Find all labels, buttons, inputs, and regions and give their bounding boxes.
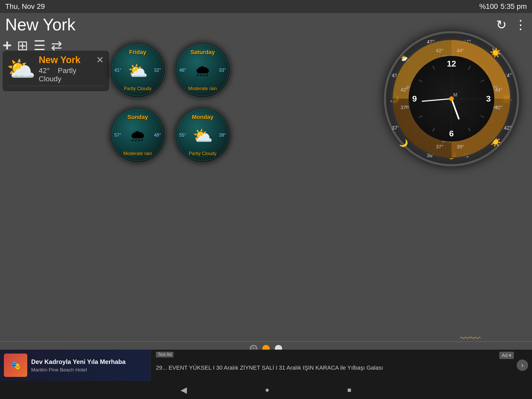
ad-right[interactable]: Ad ▾ Test Ad 29... EVENT YÜKSEL I 30 Ara… [151,350,532,381]
weather-card-info: New York 42° Partly Cloudy [36,55,96,83]
forecast-day-1: Saturday [190,49,215,56]
weather-card: ⛅ New York 42° Partly Cloudy ✕ [3,51,109,91]
ad-bar: 🎭 Dev Kadroyla Yeni Yıla Merhaba Maritim… [0,350,532,381]
forecast-high-3: 39° [219,132,226,138]
close-button[interactable]: ✕ [96,55,104,65]
clock-ring: 42° 44° 44° 42° 42° 37° 37° 39° am am pm… [392,39,511,158]
svg-line-3 [468,128,470,131]
test-ad-badge: Test Ad [156,352,174,357]
status-time: 5:35 pm [501,2,527,11]
ad-arrow[interactable]: › [517,360,528,371]
forecast-low-3: 55° [179,132,186,138]
nav-bar: ◀ ● ■ [0,381,532,399]
forecast-icon-2: 🌧 [130,127,146,145]
forecast-friday[interactable]: Friday ⛅ 41° 32° Partly Cloudy [109,42,166,99]
forecast-high-2: 48° [154,132,161,138]
clock-widget: 42° 44° 44° 44° 42° 41° 37° 37° 39° 41° … [384,31,519,187]
ring-temp-bl: 37° [436,144,443,150]
forecast-saturday[interactable]: Saturday 🌧 46° 33° Moderate rain [174,42,231,99]
clock-face: 12 3 6 9 [409,56,494,142]
recent-button[interactable]: ■ [347,386,351,394]
center-dot [449,96,454,101]
status-date: Thu, Nov 29 [5,2,45,11]
ring-icon-sw: 🌙 [399,139,408,147]
ad-title: Dev Kadroyla Yeni Yıla Merhaba [31,358,147,366]
forecast-cond-0: Partly Cloudy [124,86,151,91]
svg-line-4 [433,128,435,131]
ad-thumbnail: 🎭 [4,354,27,377]
clock-outer: 42° 44° 44° 44° 42° 41° 37° 37° 39° 41° … [384,31,519,166]
ad-left[interactable]: 🎭 Dev Kadroyla Yeni Yıla Merhaba Maritim… [0,350,151,381]
weather-icon: ⛅ [6,57,36,81]
status-bar: Thu, Nov 29 %100 5:35 pm [0,0,532,13]
forecast-icon-0: ⛅ [128,62,148,80]
ring-temp-tr: 44° [457,48,464,54]
ad-right-text: 29... EVENT YÜKSEL I 30 Aralık ZİYNET SA… [156,359,383,372]
forecast-sunday[interactable]: Sunday 🌧 57° 48° Moderate rain [109,107,166,164]
wave-indicator: 〰〰 [460,333,480,344]
forecast-day-0: Friday [129,49,146,56]
forecast-day-3: Monday [192,114,213,121]
forecast-day-2: Sunday [127,114,148,121]
forecast-cond-1: Moderate rain [188,86,217,91]
weather-temp-cond: 42° Partly Cloudy [39,66,96,83]
forecast-cond-2: Moderate rain [123,151,152,156]
temp-label-e3: 42° [504,125,512,131]
svg-line-5 [419,116,422,118]
card-divider [6,86,104,86]
city-title: New York [5,15,75,34]
forecast-low-0: 41° [114,68,121,73]
forecast-high-0: 32° [154,68,161,73]
back-button[interactable]: ◀ [181,385,187,395]
svg-line-2 [481,116,484,118]
forecast-low-1: 46° [179,68,186,73]
top-actions: ↻ ⋮ [496,17,527,32]
home-button[interactable]: ● [265,386,269,394]
ring-temp-br: 39° [457,144,464,150]
forecast-cond-3: Partly Cloudy [189,151,216,156]
ad-badge: Ad ▾ [499,352,514,359]
menu-button[interactable]: ⋮ [514,17,527,32]
svg-line-7 [433,66,435,69]
status-right: %100 5:35 pm [479,2,527,11]
weather-card-header: ⛅ New York 42° Partly Cloudy ✕ [6,55,104,83]
ring-temp-tl: 42° [436,48,443,54]
ad-text-block: Dev Kadroyla Yeni Yıla Merhaba Maritim P… [31,358,147,373]
separator-line [0,341,532,342]
svg-line-6 [419,80,422,82]
forecast-monday[interactable]: Monday ⛅ 55° 39° Partly Cloudy [174,107,231,164]
forecast-high-1: 33° [219,68,226,73]
forecast-low-2: 57° [114,132,121,138]
weather-city: New York [39,55,96,65]
forecast-icon-3: ⛅ [193,127,213,145]
forecast-icon-1: 🌧 [195,62,211,80]
svg-line-1 [481,80,484,82]
ad-subtitle: Maritim Pine Beach Hotel [31,367,147,373]
current-temp: 42° [39,66,50,75]
svg-line-0 [468,66,470,69]
clock-m-label: M [453,92,458,98]
refresh-button[interactable]: ↻ [496,17,507,32]
battery-indicator: %100 [479,2,498,11]
forecast-circles: Friday ⛅ 41° 32° Partly Cloudy Saturday … [109,42,231,164]
